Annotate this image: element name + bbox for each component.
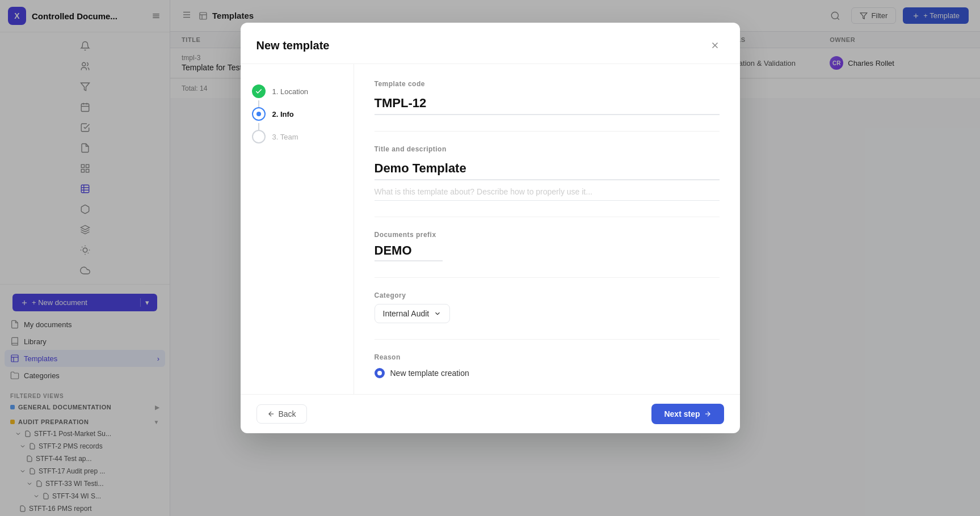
step-location: 1. Location: [252, 80, 342, 103]
step-team: 3. Team: [252, 125, 342, 148]
modal-footer: Back Next step: [241, 394, 740, 433]
category-section: Category Internal Audit: [375, 291, 720, 323]
template-title-input[interactable]: Demo Template: [375, 158, 720, 180]
next-arrow-icon: [704, 410, 712, 418]
back-arrow-icon: [267, 410, 275, 418]
modal-overlay[interactable]: New template 1. Location 2. In: [0, 0, 980, 516]
step-location-label: 1. Location: [272, 87, 309, 96]
back-button[interactable]: Back: [256, 404, 307, 424]
step-info: 2. Info: [252, 103, 342, 125]
modal-header: New template: [241, 23, 740, 64]
reason-label: Reason: [375, 353, 720, 361]
new-template-modal: New template 1. Location 2. In: [241, 23, 740, 433]
step-info-label: 2. Info: [272, 110, 294, 119]
reason-radio-circle[interactable]: [375, 368, 385, 378]
reason-option[interactable]: New template creation: [375, 368, 720, 378]
category-dropdown-icon: [434, 310, 441, 318]
modal-title: New template: [256, 39, 330, 52]
documents-prefix-input[interactable]: DEMO: [375, 243, 443, 261]
reason-section: Reason New template creation: [375, 353, 720, 378]
step-info-dot: [256, 112, 261, 116]
step-team-circle: [252, 130, 266, 143]
form-divider-4: [375, 339, 720, 340]
category-select[interactable]: Internal Audit: [375, 304, 451, 323]
form-divider-3: [375, 277, 720, 278]
template-code-label: Template code: [375, 80, 720, 88]
template-code-section: Template code TMPL-12: [375, 80, 720, 115]
form-divider-1: [375, 131, 720, 132]
template-code-input[interactable]: TMPL-12: [375, 92, 720, 115]
title-description-section: Title and description Demo Template What…: [375, 145, 720, 201]
step-team-label: 3. Team: [272, 133, 298, 141]
step-info-circle: [252, 107, 266, 121]
step-location-circle: [252, 84, 266, 98]
category-label: Category: [375, 291, 720, 299]
template-description-input[interactable]: What is this template about? Describe ho…: [375, 185, 720, 201]
modal-close-button[interactable]: [706, 36, 724, 54]
modal-form: Template code TMPL-12 Title and descript…: [354, 64, 740, 394]
documents-prefix-label: Documents prefix: [375, 231, 720, 239]
next-step-button[interactable]: Next step: [651, 404, 724, 424]
steps-sidebar: 1. Location 2. Info 3. Team: [241, 64, 354, 394]
modal-body: 1. Location 2. Info 3. Team Template co: [241, 64, 740, 394]
form-divider-2: [375, 217, 720, 217]
documents-prefix-section: Documents prefix DEMO: [375, 231, 720, 261]
title-description-label: Title and description: [375, 145, 720, 153]
